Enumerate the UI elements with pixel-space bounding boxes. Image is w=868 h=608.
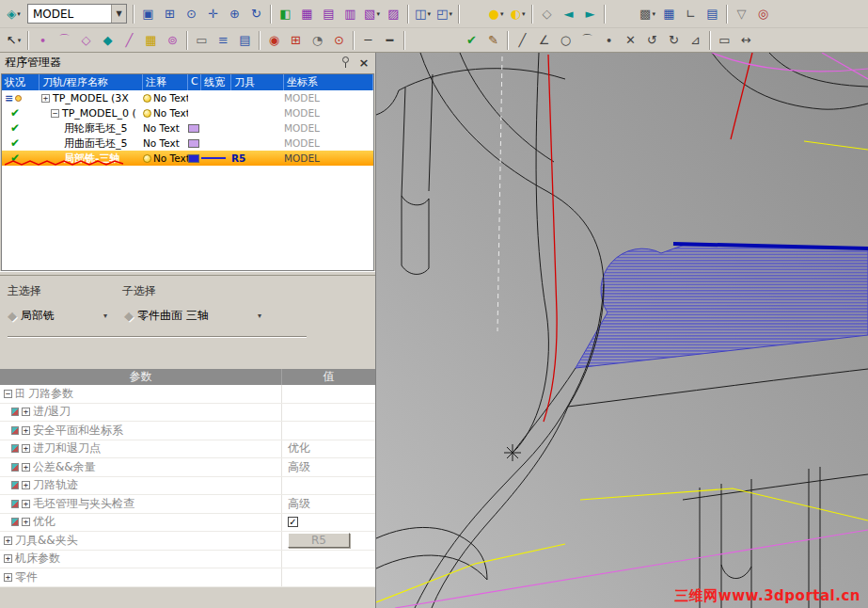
expand-icon[interactable]: + bbox=[22, 408, 30, 416]
pattern-display-button[interactable]: ▩▾ bbox=[637, 4, 658, 24]
expand-icon[interactable]: + bbox=[4, 573, 12, 582]
combo-dropdown-button[interactable]: ▼ bbox=[111, 5, 126, 23]
parameter-value-cell[interactable] bbox=[281, 422, 375, 440]
delete-button[interactable]: ✕ bbox=[620, 30, 641, 50]
rectangle-button[interactable]: ▭ bbox=[714, 30, 735, 50]
tree-column-header[interactable]: 注释 bbox=[143, 74, 188, 90]
tree-column-header[interactable]: C bbox=[188, 74, 201, 90]
parameter-row[interactable]: +进刀和退刀点优化 bbox=[0, 440, 375, 459]
named-views-button[interactable]: ◰▾ bbox=[434, 4, 455, 24]
parameter-row[interactable]: +公差&&余量高级 bbox=[0, 458, 375, 477]
collapse-icon[interactable]: − bbox=[51, 109, 59, 118]
coordinate-system-combo[interactable]: MODEL ▼ bbox=[27, 4, 127, 24]
tree-column-header[interactable]: 坐标系 bbox=[284, 74, 373, 90]
parameter-row[interactable]: −田刀路参数 bbox=[0, 385, 375, 404]
checkbox-checked[interactable]: ✓ bbox=[288, 517, 298, 527]
expand-icon[interactable]: + bbox=[22, 518, 30, 526]
program-tree-row[interactable]: ✔用轮廓毛坯_5No TextMODEL bbox=[2, 120, 373, 136]
filter-points-button[interactable]: ∙ bbox=[32, 30, 54, 50]
program-tree-row[interactable]: ✔−TP_MODEL_0 (No TextMODEL bbox=[2, 105, 373, 120]
tree-column-header[interactable]: 刀轨/程序名称 bbox=[39, 74, 143, 90]
expand-icon[interactable]: + bbox=[22, 426, 30, 435]
filter-solids-button[interactable]: ◆ bbox=[97, 30, 118, 50]
color-swatch[interactable] bbox=[188, 124, 199, 133]
split-window-button[interactable]: ◫▾ bbox=[412, 4, 434, 24]
procedure-name-cell[interactable]: −TP_MODEL_0 ( bbox=[39, 105, 143, 120]
procedure-name-cell[interactable]: 用曲面毛坯_5 bbox=[39, 136, 143, 151]
pin-button[interactable] bbox=[339, 56, 352, 69]
program-tree-row[interactable]: ✔局部铣-三轴No TextR5MODEL bbox=[2, 151, 373, 166]
keyboard-entry-button[interactable]: ▭ bbox=[191, 30, 213, 50]
select-filter-button[interactable]: ◈▾ bbox=[3, 4, 24, 24]
draw-tangent-button[interactable]: ⊿ bbox=[685, 30, 706, 50]
measure-button[interactable]: ⊞ bbox=[285, 30, 307, 50]
pick-arrow-button[interactable]: ↖▾ bbox=[3, 30, 24, 50]
sub-selection-combo[interactable]: ◆ 零件曲面 三轴 bbox=[124, 306, 254, 325]
collapse-icon[interactable]: − bbox=[4, 390, 12, 398]
parameter-value-cell[interactable]: 高级 bbox=[281, 495, 375, 513]
expand-icon[interactable]: + bbox=[22, 463, 30, 472]
parameter-row[interactable]: +安全平面和坐标系 bbox=[0, 422, 375, 440]
expand-icon[interactable]: + bbox=[4, 536, 12, 545]
draw-polyline-button[interactable]: ∠ bbox=[533, 30, 555, 50]
sub-selection-dropdown[interactable]: ▾ bbox=[254, 312, 265, 320]
zoom-button[interactable]: ⊙ bbox=[181, 4, 202, 24]
procedure-name-cell[interactable]: +TP_MODEL (3X bbox=[39, 90, 143, 105]
next-feature-button[interactable]: ► bbox=[579, 4, 601, 24]
filter-color-button[interactable]: ▦ bbox=[140, 30, 162, 50]
dimension-button[interactable]: ↔ bbox=[735, 30, 757, 50]
document-list-button[interactable]: ▤ bbox=[234, 30, 256, 50]
diamond-marker-button[interactable]: ◇ bbox=[536, 4, 558, 24]
line-width-thick-button[interactable]: ━ bbox=[379, 30, 401, 50]
zoom-window-button[interactable]: ▣ bbox=[137, 4, 159, 24]
parameter-value-cell[interactable] bbox=[281, 404, 375, 422]
attribute-table-button[interactable]: ▤ bbox=[702, 4, 723, 24]
expand-icon[interactable]: + bbox=[41, 94, 50, 103]
line-width-thin-button[interactable]: ─ bbox=[357, 30, 379, 50]
parameter-row[interactable]: +进/退刀 bbox=[0, 404, 375, 423]
axes-button[interactable]: ∟ bbox=[680, 4, 702, 24]
analyze-button[interactable]: ◉ bbox=[263, 30, 285, 50]
grid-button[interactable]: ▦ bbox=[658, 4, 680, 24]
feature-list-button[interactable]: ≡ bbox=[213, 30, 234, 50]
program-tree-row[interactable]: ✔用曲面毛坯_5No TextMODEL bbox=[2, 136, 373, 151]
tree-column-header[interactable]: 刀具 bbox=[231, 74, 284, 90]
program-tree-row[interactable]: ≡+TP_MODEL (3XNo TextMODEL bbox=[2, 90, 373, 105]
parameter-row[interactable]: +机床参数 bbox=[0, 551, 375, 569]
shaded-display-button[interactable]: ◧ bbox=[275, 4, 296, 24]
pan-button[interactable]: ✛ bbox=[202, 4, 224, 24]
fit-view-button[interactable]: ⊕ bbox=[224, 4, 245, 24]
parameter-row[interactable]: +刀具&&夹头R5 bbox=[0, 532, 375, 551]
target-button[interactable]: ◎ bbox=[752, 4, 774, 24]
section-display-button[interactable]: ▥ bbox=[339, 4, 361, 24]
hide-entities-button[interactable]: ◐▾ bbox=[507, 4, 529, 24]
parameter-row[interactable]: +零件 bbox=[0, 568, 375, 587]
parameter-value-cell[interactable] bbox=[281, 477, 375, 495]
main-selection-dropdown[interactable]: ▾ bbox=[100, 312, 111, 320]
tree-column-header[interactable]: 线宽 bbox=[201, 74, 231, 90]
draw-circle-button[interactable]: ○ bbox=[555, 30, 576, 50]
close-panel-button[interactable]: × bbox=[357, 56, 371, 69]
procedure-name-cell[interactable]: 用轮廓毛坯_5 bbox=[39, 120, 143, 136]
undo-button[interactable]: ↺ bbox=[641, 30, 663, 50]
parameter-value-cell[interactable]: ✓ bbox=[281, 514, 375, 532]
graphics-viewport[interactable]: 三维网www.3dportal.cn bbox=[376, 53, 868, 608]
expand-icon[interactable]: + bbox=[22, 444, 30, 453]
redo-button[interactable]: ↻ bbox=[663, 30, 685, 50]
draw-arc-button[interactable]: ⌒ bbox=[576, 30, 598, 50]
parameter-value-cell[interactable]: 高级 bbox=[281, 458, 375, 476]
redraw-button[interactable]: ↻ bbox=[245, 4, 267, 24]
main-selection-combo[interactable]: ◆ 局部铣 bbox=[8, 306, 100, 325]
draw-line-button[interactable]: ╱ bbox=[512, 30, 533, 50]
hidden-line-button[interactable]: ▤ bbox=[318, 4, 339, 24]
calculator-button[interactable]: ◔ bbox=[307, 30, 328, 50]
parameter-value-cell[interactable]: 优化 bbox=[281, 440, 375, 458]
expand-icon[interactable]: + bbox=[4, 554, 12, 563]
filter-button[interactable]: ▽ bbox=[731, 4, 752, 24]
expand-icon[interactable]: + bbox=[22, 481, 30, 489]
expand-icon[interactable]: + bbox=[22, 500, 30, 508]
color-swatch[interactable] bbox=[188, 154, 199, 163]
parameter-row[interactable]: +毛坯管理与夹头检查高级 bbox=[0, 495, 375, 514]
parameter-row[interactable]: +刀路轨迹 bbox=[0, 477, 375, 496]
check-button[interactable]: ✔ bbox=[461, 30, 482, 50]
